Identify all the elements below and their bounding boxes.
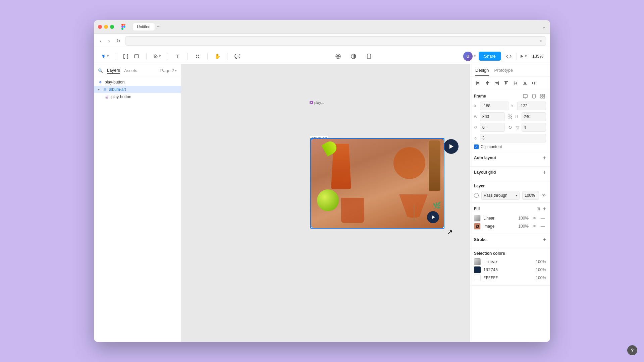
color-swatch-linear[interactable] [474,258,481,265]
layout-grid-section: Layout grid + [470,167,550,181]
user-avatar[interactable]: U [463,52,473,61]
current-tab[interactable]: Untitled [133,23,155,31]
visibility-toggle[interactable]: 👁 [542,193,546,198]
fill-swatch-linear[interactable] [474,215,481,222]
resize-handle-tr[interactable] [442,138,444,140]
reload-button[interactable]: ↻ [114,37,122,45]
align-left-btn[interactable] [474,79,482,87]
play-button-element[interactable] [444,139,459,154]
device-preview-btn[interactable] [364,51,374,61]
design-tab[interactable]: Design [475,68,489,76]
align-top-btn[interactable] [502,79,510,87]
sel-colors-header: Selection colors [474,251,546,256]
link-btn[interactable]: ↻ [507,124,514,131]
components-tool[interactable] [193,51,203,61]
svg-rect-37 [505,82,506,84]
frame-desktop-btn[interactable] [522,93,529,100]
rectangle-tool[interactable] [131,51,142,61]
url-bar[interactable] [125,36,546,46]
album-art-frame[interactable]: 🌿 360 × 240 [310,138,444,229]
clip-content-checkbox[interactable]: ✓ [474,144,479,149]
constrain-proportions-btn[interactable]: ⛓ [507,113,514,120]
clip-input[interactable]: 3 [480,134,546,142]
fill-add-btn[interactable]: + [543,205,546,212]
distribute-btn[interactable] [530,79,538,87]
fill-expand-btn[interactable]: ⊞ [535,205,542,212]
layer-item-album-art[interactable]: ▾ ⊞ album-art [94,86,181,93]
play-overlay-button[interactable] [427,211,439,223]
comment-tool[interactable]: 💬 [232,51,242,61]
assets-tab[interactable]: Assets [124,67,137,74]
h-input[interactable]: 240 [522,112,546,121]
fill-swatch-image[interactable]: 🖼 [474,223,481,230]
align-bottom-btn[interactable] [521,79,529,87]
play-button[interactable]: ▾ [520,54,527,59]
lime-ball [317,189,339,211]
avatar-dropdown-arrow[interactable]: ▾ [474,54,476,58]
code-button[interactable] [504,51,514,61]
align-center-h-btn[interactable] [483,79,491,87]
text-tool[interactable]: T [173,51,183,61]
left-panel: 🔍 Layers Assets Page 2 ▾ ❖ play-button ▾… [94,64,181,342]
blend-mode-select[interactable]: Pass through ▾ [481,191,520,200]
layout-grid-add-btn[interactable]: + [543,169,546,175]
wh-row: W 360 ⛓ H 240 [474,112,546,121]
fill-visibility-linear[interactable]: 👁 [531,215,538,222]
hand-tool[interactable]: ✋ [212,51,222,61]
frame-grid-btn[interactable] [539,93,546,100]
select-tool[interactable]: ▾ [99,53,111,60]
svg-rect-30 [487,81,488,85]
align-middle-btn[interactable] [512,79,520,87]
fill-remove-image[interactable]: — [539,223,546,230]
page-selector[interactable]: Page 2 ▾ [160,67,177,74]
fill-visibility-image[interactable]: 👁 [531,223,538,230]
frame-mobile-btn[interactable] [531,93,537,100]
close-button[interactable] [98,25,102,29]
pen-dropdown-arrow: ▾ [159,54,161,58]
collapse-button[interactable]: ⌄ [542,23,546,30]
new-tab-button[interactable]: + [155,23,162,31]
svg-rect-29 [477,83,479,84]
align-right-btn[interactable] [493,79,501,87]
color-swatch-white[interactable] [474,275,481,281]
forward-button[interactable]: › [106,37,112,45]
svg-rect-9 [123,54,124,59]
canvas-area[interactable]: play... album-art [181,64,470,342]
component-badge [310,101,313,104]
resize-handle-br[interactable] [442,227,444,229]
w-input[interactable]: 360 [480,112,505,121]
rotation-input[interactable]: 0° [480,123,505,132]
maximize-button[interactable] [110,25,114,29]
x-input[interactable]: -188 [480,102,509,110]
auto-layout-add-btn[interactable]: + [543,155,546,161]
radius-input[interactable]: 4 [522,123,546,132]
resize-handle-bl[interactable] [310,227,312,229]
y-input[interactable]: -122 [517,102,546,110]
pen-tool[interactable]: ▾ [151,53,163,60]
color-hex-linear: Linear [483,259,533,264]
share-button[interactable]: Share [479,52,501,61]
fill-remove-linear[interactable]: — [539,215,546,222]
tool-group-comment: 💬 [231,51,244,61]
y-field: Y -122 [511,102,546,110]
layer-name-album-art: album-art [109,87,126,92]
minimize-button[interactable] [104,25,108,29]
layers-tab[interactable]: Layers [107,67,120,74]
svg-point-4 [123,26,125,28]
svg-rect-46 [534,82,535,84]
dark-mode-btn[interactable] [348,51,359,61]
layer-item-play-button-child[interactable]: ◎ play-button [94,93,181,101]
opacity-input[interactable]: 100% [522,191,539,200]
layer-item-play-button[interactable]: ❖ play-button [94,78,181,86]
back-button[interactable]: ‹ [98,37,104,45]
layout-grid-title: Layout grid [474,170,496,175]
stroke-add-btn[interactable]: + [543,237,546,243]
frame-tool[interactable] [121,51,131,61]
prototype-tab[interactable]: Prototype [494,68,513,76]
zoom-level[interactable]: 135% [530,52,546,60]
svg-rect-10 [127,54,128,59]
color-swatch-dark[interactable] [474,266,481,273]
components-library-btn[interactable] [333,51,343,61]
expand-arrow[interactable]: ▾ [98,88,100,92]
resize-handle-tl[interactable] [310,138,312,140]
